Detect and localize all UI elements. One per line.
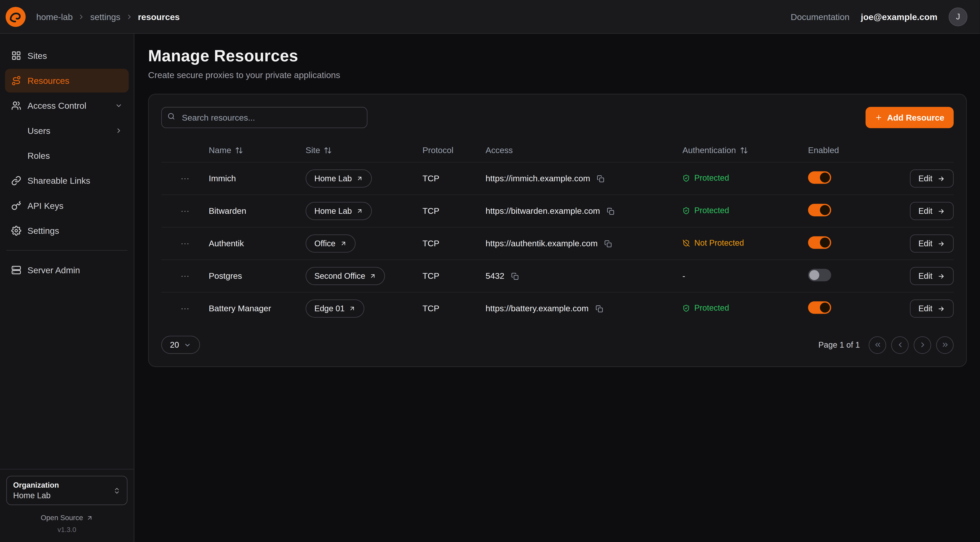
row-menu-button[interactable] <box>178 301 192 316</box>
breadcrumb-org[interactable]: home-lab <box>36 12 73 22</box>
arrow-right-icon <box>937 305 945 312</box>
sidebar-item-label: Roles <box>27 151 123 161</box>
chevron-down-icon <box>184 341 192 349</box>
site-link-button[interactable]: Second Office <box>305 267 385 285</box>
access-url: 5432 <box>485 271 504 281</box>
table-row: Authentik Office TCP https://authentik.e… <box>161 227 954 259</box>
enabled-toggle[interactable] <box>808 269 831 281</box>
site-link-button[interactable]: Home Lab <box>305 202 372 220</box>
sidebar-item-server-admin[interactable]: Server Admin <box>5 258 129 282</box>
copy-button[interactable] <box>594 303 604 314</box>
ellipsis-icon <box>180 271 190 281</box>
edit-button[interactable]: Edit <box>910 202 954 220</box>
sidebar-item-label: Shareable Links <box>27 176 123 186</box>
enabled-toggle[interactable] <box>808 204 831 216</box>
column-header-authentication[interactable]: Authentication <box>682 145 808 155</box>
avatar[interactable]: J <box>949 7 967 26</box>
gear-icon <box>11 226 21 236</box>
edit-button[interactable]: Edit <box>910 267 954 285</box>
page-size-value: 20 <box>170 340 179 349</box>
site-link-button[interactable]: Office <box>305 234 355 253</box>
table-toolbar: Add Resource <box>161 107 954 128</box>
sidebar-item-sites[interactable]: Sites <box>5 44 129 67</box>
sidebar-item-roles[interactable]: Roles <box>5 144 129 167</box>
arrow-right-icon <box>937 240 945 247</box>
enabled-toggle[interactable] <box>808 301 831 314</box>
chevrons-left-icon <box>873 341 881 349</box>
add-resource-button[interactable]: Add Resource <box>866 107 954 128</box>
edit-button[interactable]: Edit <box>910 169 954 188</box>
chevron-right-icon <box>126 13 133 21</box>
search-icon <box>167 113 175 120</box>
protocol-value: TCP <box>423 174 485 183</box>
page-info: Page 1 of 1 <box>818 340 860 349</box>
resources-card: Add Resource Name Site Protocol Access A… <box>148 94 967 367</box>
arrow-right-icon <box>937 175 945 182</box>
shield-off-icon <box>682 239 690 247</box>
open-source-link[interactable]: Open Source <box>6 514 127 521</box>
ellipsis-icon <box>180 174 190 183</box>
user-email[interactable]: joe@example.com <box>861 12 937 22</box>
page-title: Manage Resources <box>148 46 967 65</box>
server-icon <box>11 265 21 275</box>
main-content: Manage Resources Create secure proxies t… <box>134 34 980 542</box>
site-link-button[interactable]: Edge 01 <box>305 300 365 317</box>
sidebar-item-shareable-links[interactable]: Shareable Links <box>5 169 129 193</box>
organization-selector[interactable]: Organization Home Lab <box>6 476 127 505</box>
toggle-knob <box>820 238 830 247</box>
sidebar-item-api-keys[interactable]: API Keys <box>5 194 129 217</box>
previous-page-button[interactable] <box>891 336 909 354</box>
sidebar-item-users[interactable]: Users <box>5 119 129 142</box>
column-header-access: Access <box>485 145 682 155</box>
sidebar-item-resources[interactable]: Resources <box>5 69 129 92</box>
first-page-button[interactable] <box>869 336 886 354</box>
chevron-right-icon <box>78 13 85 21</box>
breadcrumb: home-lab settings resources <box>36 12 180 22</box>
next-page-button[interactable] <box>913 336 931 354</box>
sidebar-item-label: Resources <box>27 76 123 86</box>
breadcrumb-settings[interactable]: settings <box>90 12 121 22</box>
breadcrumb-resources[interactable]: resources <box>138 12 180 22</box>
sidebar-item-access-control[interactable]: Access Control <box>5 94 129 118</box>
copy-button[interactable] <box>603 239 613 249</box>
row-menu-button[interactable] <box>178 171 192 186</box>
toggle-knob <box>809 270 819 280</box>
copy-button[interactable] <box>510 271 520 281</box>
sidebar-footer: Organization Home Lab Open Source v1.3.0 <box>0 469 134 542</box>
column-header-enabled: Enabled <box>808 145 893 155</box>
row-menu-button[interactable] <box>178 236 192 251</box>
copy-button[interactable] <box>596 174 606 183</box>
column-header-site[interactable]: Site <box>305 145 423 155</box>
external-link-icon <box>369 273 377 280</box>
page-size-select[interactable]: 20 <box>161 336 200 354</box>
resource-name: Postgres <box>209 271 305 281</box>
documentation-link[interactable]: Documentation <box>791 12 850 22</box>
resource-name: Battery Manager <box>209 304 305 313</box>
app-window: home-lab settings resources Documentatio… <box>0 0 980 542</box>
enabled-toggle[interactable] <box>808 236 831 249</box>
column-header-name[interactable]: Name <box>209 145 305 155</box>
search-input[interactable] <box>161 107 368 128</box>
edit-button[interactable]: Edit <box>910 300 954 317</box>
copy-button[interactable] <box>606 206 616 216</box>
copy-icon <box>607 207 614 215</box>
last-page-button[interactable] <box>936 336 954 354</box>
sidebar: Sites Resources Access Control Users Rol… <box>0 34 134 542</box>
table-row: Battery Manager Edge 01 TCP https://batt… <box>161 292 954 325</box>
enabled-toggle[interactable] <box>808 171 831 184</box>
sort-icon <box>324 146 332 154</box>
row-menu-button[interactable] <box>178 204 192 218</box>
row-menu-button[interactable] <box>178 269 192 284</box>
topbar: home-lab settings resources Documentatio… <box>0 0 980 34</box>
protocol-value: TCP <box>423 206 485 215</box>
auth-status: Not Protected <box>682 238 744 248</box>
sidebar-item-settings[interactable]: Settings <box>5 219 129 242</box>
chevron-right-icon <box>918 341 926 349</box>
toggle-knob <box>820 303 830 313</box>
edit-button[interactable]: Edit <box>910 234 954 253</box>
sidebar-item-label: Server Admin <box>27 265 123 275</box>
sort-icon <box>235 146 243 154</box>
site-link-button[interactable]: Home Lab <box>305 169 372 188</box>
ellipsis-icon <box>180 239 190 249</box>
resource-name: Authentik <box>209 239 305 248</box>
